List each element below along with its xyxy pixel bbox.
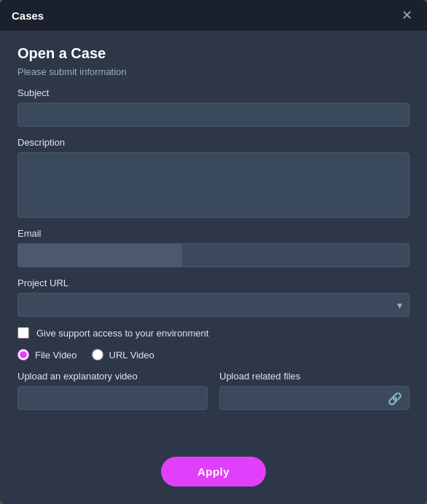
upload-files-input[interactable]	[219, 386, 410, 410]
modal-title: Cases	[12, 9, 44, 22]
close-button[interactable]: ✕	[399, 7, 415, 23]
email-input[interactable]	[17, 243, 410, 267]
radio-row: File Video URL Video	[17, 349, 410, 361]
project-url-group: Project URL Option 1 Option 2 ▾	[17, 277, 410, 317]
upload-video-input[interactable]	[17, 386, 208, 410]
modal-header: Cases ✕	[0, 0, 427, 31]
page-heading: Open a Case	[17, 45, 410, 62]
subject-input[interactable]	[17, 103, 410, 127]
upload-video-label: Upload an explanatory video	[17, 371, 208, 382]
cases-modal: Cases ✕ Open a Case Please submit inform…	[0, 0, 427, 504]
project-url-select[interactable]: Option 1 Option 2	[17, 293, 410, 317]
upload-video-group: Upload an explanatory video	[17, 371, 208, 410]
description-textarea[interactable]	[17, 152, 410, 218]
upload-files-label: Upload related files	[219, 371, 410, 382]
modal-body: Open a Case Please submit information Su…	[0, 31, 427, 445]
project-url-label: Project URL	[17, 277, 410, 288]
url-video-radio[interactable]	[92, 349, 103, 361]
support-access-checkbox[interactable]	[17, 327, 29, 339]
subject-group: Subject	[17, 87, 410, 127]
email-group: Email	[17, 228, 410, 267]
upload-row: Upload an explanatory video Upload relat…	[17, 371, 410, 410]
file-video-option: File Video	[17, 349, 77, 361]
support-access-label[interactable]: Give support access to your environment	[36, 328, 208, 339]
upload-files-input-wrapper: 🔗	[219, 386, 410, 410]
url-video-option: URL Video	[92, 349, 154, 361]
project-url-select-wrapper: Option 1 Option 2 ▾	[17, 293, 410, 317]
description-label: Description	[17, 137, 410, 148]
subtitle-text: Please submit information	[17, 66, 410, 77]
subject-label: Subject	[17, 87, 410, 98]
email-label: Email	[17, 228, 410, 239]
email-input-wrapper	[17, 243, 410, 267]
checkbox-row: Give support access to your environment	[17, 327, 410, 339]
upload-files-group: Upload related files 🔗	[219, 371, 410, 410]
apply-button[interactable]: Apply	[161, 457, 266, 487]
description-group: Description	[17, 137, 410, 218]
file-video-radio[interactable]	[17, 349, 29, 361]
file-video-label[interactable]: File Video	[35, 350, 77, 361]
modal-footer: Apply	[0, 445, 427, 504]
url-video-label[interactable]: URL Video	[109, 350, 154, 361]
